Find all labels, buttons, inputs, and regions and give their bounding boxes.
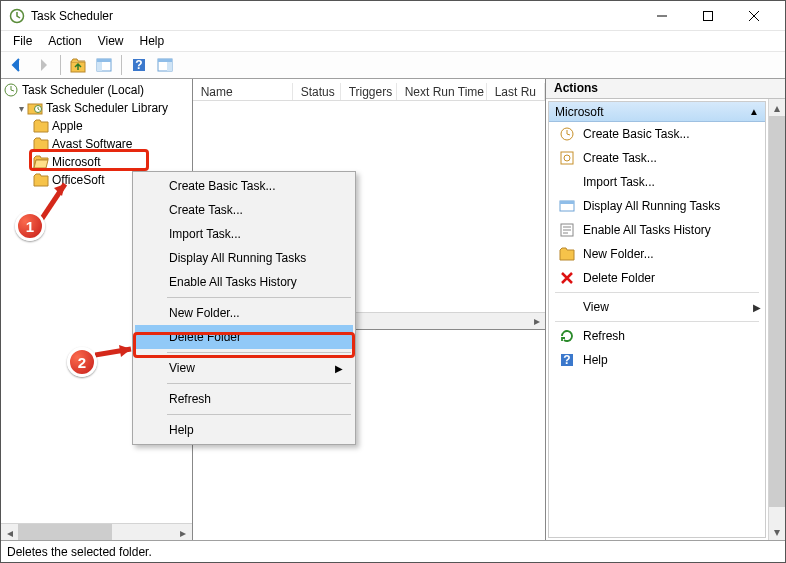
svg-rect-18 [560, 201, 574, 204]
action-import-task[interactable]: Import Task... [549, 170, 765, 194]
ctx-label: Import Task... [169, 227, 241, 241]
tree-item-label: Microsoft [52, 155, 101, 169]
context-menu: Create Basic Task... Create Task... Impo… [132, 171, 356, 445]
ctx-label: Help [169, 423, 194, 437]
toolbar-separator [60, 55, 61, 75]
up-button[interactable] [66, 54, 90, 76]
delete-icon [559, 270, 575, 286]
ctx-create-task[interactable]: Create Task... [135, 198, 353, 222]
scroll-left-btn[interactable]: ◂ [1, 524, 18, 541]
ctx-create-basic-task[interactable]: Create Basic Task... [135, 174, 353, 198]
ctx-label: Display All Running Tasks [169, 251, 306, 265]
blank-icon [559, 299, 575, 315]
window-title: Task Scheduler [31, 9, 639, 23]
col-triggers[interactable]: Triggers [341, 83, 397, 100]
tree-item-microsoft[interactable]: Microsoft [1, 153, 192, 171]
expand-icon[interactable]: ▾ [15, 103, 27, 114]
callout-arrow-2 [95, 343, 141, 367]
ctx-delete-folder[interactable]: Delete Folder [135, 325, 353, 349]
menu-file[interactable]: File [5, 32, 40, 50]
col-next-run[interactable]: Next Run Time [397, 83, 487, 100]
ctx-view[interactable]: View▶ [135, 356, 353, 380]
collapse-icon[interactable]: ▲ [749, 106, 759, 117]
actions-panel: Actions Microsoft ▲ Create Basic Task...… [546, 79, 785, 540]
svg-rect-10 [167, 62, 172, 71]
svg-rect-4 [97, 59, 111, 62]
scroll-right-btn[interactable]: ▸ [175, 524, 192, 541]
minimize-button[interactable] [639, 1, 685, 31]
action-help[interactable]: ? Help [549, 348, 765, 372]
tree-h-scrollbar[interactable]: ◂ ▸ [1, 523, 192, 540]
statusbar: Deletes the selected folder. [1, 540, 785, 562]
action-label: Help [583, 353, 608, 367]
help-button[interactable]: ? [127, 54, 151, 76]
maximize-button[interactable] [685, 1, 731, 31]
toolbar-separator [121, 55, 122, 75]
tree-root[interactable]: Task Scheduler (Local) [1, 81, 192, 99]
tree-item-avast[interactable]: Avast Software [1, 135, 192, 153]
action-label: Create Task... [583, 151, 657, 165]
back-button[interactable] [5, 54, 29, 76]
tree-item-label: Avast Software [52, 137, 132, 151]
col-status[interactable]: Status [293, 83, 341, 100]
svg-rect-1 [704, 11, 713, 20]
action-view[interactable]: View ▶ [549, 295, 765, 319]
menu-action[interactable]: Action [40, 32, 89, 50]
svg-rect-5 [97, 62, 102, 71]
action-refresh[interactable]: Refresh [549, 324, 765, 348]
action-label: Import Task... [583, 175, 655, 189]
action-label: Refresh [583, 329, 625, 343]
scroll-down-btn[interactable]: ▾ [769, 523, 785, 540]
menu-help[interactable]: Help [132, 32, 173, 50]
action-enable-history[interactable]: Enable All Tasks History [549, 218, 765, 242]
submenu-arrow-icon: ▶ [753, 302, 761, 313]
callout-badge-2: 2 [67, 347, 97, 377]
tree-item-apple[interactable]: Apple [1, 117, 192, 135]
ctx-new-folder[interactable]: New Folder... [135, 301, 353, 325]
actions-separator [555, 292, 759, 293]
ctx-label: Enable All Tasks History [169, 275, 297, 289]
task-icon [559, 150, 575, 166]
close-button[interactable] [731, 1, 777, 31]
task-list-header: Name Status Triggers Next Run Time Last … [193, 79, 545, 101]
titlebar: Task Scheduler [1, 1, 785, 31]
help-icon: ? [559, 352, 575, 368]
tree-library-label: Task Scheduler Library [46, 101, 168, 115]
menu-view[interactable]: View [90, 32, 132, 50]
submenu-arrow-icon: ▶ [335, 363, 343, 374]
actions-section-header[interactable]: Microsoft ▲ [549, 102, 765, 122]
col-last-run[interactable]: Last Ru [487, 83, 545, 100]
scroll-thumb[interactable] [18, 524, 112, 540]
ctx-refresh[interactable]: Refresh [135, 387, 353, 411]
action-create-basic-task[interactable]: Create Basic Task... [549, 122, 765, 146]
ctx-help[interactable]: Help [135, 418, 353, 442]
ctx-import-task[interactable]: Import Task... [135, 222, 353, 246]
action-label: New Folder... [583, 247, 654, 261]
ctx-label: Refresh [169, 392, 211, 406]
scroll-up-btn[interactable]: ▴ [769, 99, 785, 116]
ctx-enable-history[interactable]: Enable All Tasks History [135, 270, 353, 294]
action-label: Display All Running Tasks [583, 199, 720, 213]
running-tasks-icon [559, 198, 575, 214]
scroll-track[interactable] [18, 524, 175, 540]
tree-root-label: Task Scheduler (Local) [22, 83, 144, 97]
panes-button-1[interactable] [92, 54, 116, 76]
forward-button[interactable] [31, 54, 55, 76]
action-delete-folder[interactable]: Delete Folder [549, 266, 765, 290]
actions-v-scrollbar[interactable]: ▴ ▾ [768, 99, 785, 540]
panes-button-2[interactable] [153, 54, 177, 76]
ctx-display-running[interactable]: Display All Running Tasks [135, 246, 353, 270]
actions-title: Actions [546, 79, 785, 99]
tree-library[interactable]: ▾ Task Scheduler Library [1, 99, 192, 117]
col-name[interactable]: Name [193, 83, 293, 100]
scroll-track[interactable] [769, 116, 785, 523]
menubar: File Action View Help [1, 31, 785, 51]
folder-icon [559, 246, 575, 262]
scroll-thumb[interactable] [769, 116, 785, 507]
action-display-running[interactable]: Display All Running Tasks [549, 194, 765, 218]
ctx-separator [167, 297, 351, 298]
action-create-task[interactable]: Create Task... [549, 146, 765, 170]
action-new-folder[interactable]: New Folder... [549, 242, 765, 266]
scroll-right-btn[interactable]: ▸ [528, 313, 545, 330]
blank-icon [559, 174, 575, 190]
